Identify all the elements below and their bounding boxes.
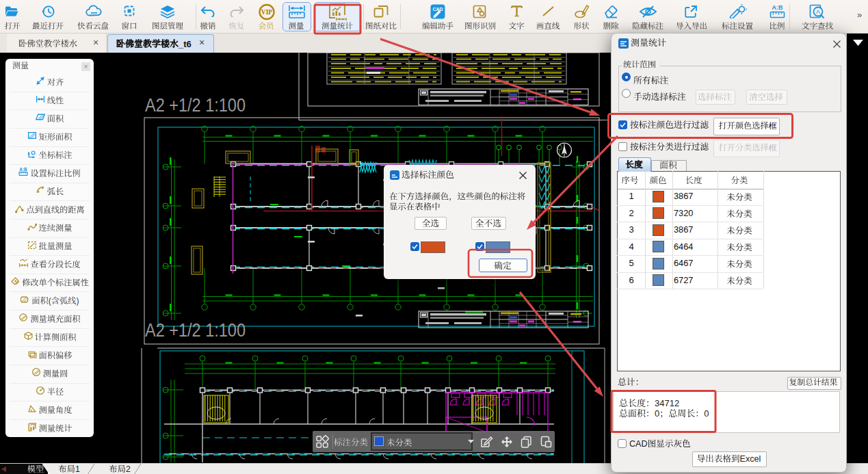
- svg-text:框: 框: [768, 143, 777, 153]
- svg-text:0: 0: [704, 408, 709, 419]
- svg-text:_t6: _t6: [178, 39, 192, 49]
- svg-text:1: 1: [75, 464, 80, 474]
- svg-text:(: (: [49, 296, 51, 306]
- svg-text:34712: 34712: [655, 398, 679, 408]
- svg-text:Excel: Excel: [740, 454, 761, 464]
- svg-text:2: 2: [126, 464, 131, 474]
- svg-text:CAD: CAD: [629, 439, 648, 449]
- svg-text:0: 0: [655, 408, 659, 419]
- svg-text:): ): [77, 296, 79, 306]
- svg-text:框: 框: [768, 121, 777, 131]
